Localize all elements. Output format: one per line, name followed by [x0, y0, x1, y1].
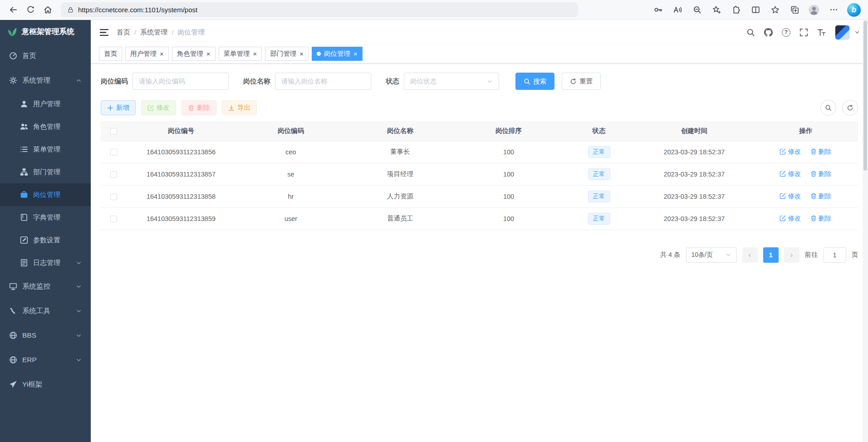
- sidebar-item-menu-management[interactable]: 菜单管理: [0, 138, 91, 161]
- select-all-checkbox[interactable]: [110, 128, 117, 135]
- app-logo[interactable]: 意框架管理系统: [0, 20, 91, 44]
- tab-home[interactable]: 首页: [99, 47, 122, 61]
- zoom-icon[interactable]: [688, 2, 706, 18]
- row-checkbox[interactable]: [110, 171, 117, 178]
- next-page-button[interactable]: ›: [784, 247, 799, 263]
- sidebar-item-user-management[interactable]: 用户管理: [0, 93, 91, 115]
- delete-button[interactable]: 删除: [181, 100, 216, 115]
- page-size-select[interactable]: 10条/页: [686, 247, 737, 263]
- table-row[interactable]: 1641030593112313858 hr 人力资源 100 正常 2023-…: [101, 185, 858, 207]
- browser-home-button[interactable]: [39, 2, 56, 18]
- read-aloud-icon[interactable]: [669, 2, 686, 18]
- help-icon[interactable]: ?: [782, 28, 790, 37]
- close-icon[interactable]: ×: [353, 50, 358, 57]
- sidebar-item-label: 系统工具: [22, 306, 50, 316]
- browser-menu-icon[interactable]: [825, 2, 842, 18]
- browser-refresh-button[interactable]: [22, 2, 39, 18]
- field-label-post-name: 岗位名称: [243, 77, 270, 86]
- close-icon[interactable]: ×: [253, 50, 257, 57]
- tab-dept-management[interactable]: 部门管理 ×: [265, 47, 309, 61]
- cell-created: 2023-03-29 18:52:37: [635, 141, 753, 163]
- prev-page-button[interactable]: ‹: [742, 247, 758, 263]
- close-icon[interactable]: ×: [206, 50, 211, 57]
- row-delete-link[interactable]: 删除: [810, 214, 832, 223]
- sidebar-item-role-management[interactable]: 角色管理: [0, 115, 91, 138]
- row-delete-link[interactable]: 删除: [810, 147, 832, 156]
- sidebar-item-post-management[interactable]: 岗位管理: [0, 183, 91, 206]
- breadcrumb-item[interactable]: 系统管理: [140, 28, 167, 37]
- refresh-icon: [570, 78, 577, 85]
- saved-passwords-icon[interactable]: [649, 2, 667, 18]
- bing-icon[interactable]: b: [847, 3, 861, 17]
- extensions-icon[interactable]: [727, 2, 745, 18]
- add-favorite-icon[interactable]: [708, 2, 725, 18]
- tab-post-management[interactable]: 岗位管理 ×: [312, 47, 363, 61]
- collections-icon[interactable]: [786, 2, 803, 18]
- edit-button[interactable]: 修改: [141, 100, 176, 115]
- show-search-toggle-button[interactable]: [820, 100, 836, 116]
- post-name-input[interactable]: [275, 73, 371, 90]
- reset-button[interactable]: 重置: [562, 73, 601, 90]
- breadcrumb-item[interactable]: 首页: [117, 28, 130, 37]
- table-row[interactable]: 1641030593112313856 ceo 董事长 100 正常 2023-…: [101, 141, 858, 163]
- sidebar-item-system-tools[interactable]: 系统工具: [0, 299, 91, 323]
- table-row[interactable]: 1641030593112313857 se 项目经理 100 正常 2023-…: [101, 163, 858, 185]
- favorites-icon[interactable]: [766, 2, 784, 18]
- close-icon[interactable]: ×: [160, 50, 164, 57]
- refresh-table-button[interactable]: [842, 100, 858, 116]
- status-select[interactable]: 岗位状态: [404, 73, 499, 90]
- globe-icon: [9, 356, 17, 364]
- browser-profile-avatar[interactable]: [805, 2, 823, 18]
- page-number-1[interactable]: 1: [763, 247, 779, 263]
- cell-post-code: ceo: [236, 141, 346, 163]
- sidebar-item-home[interactable]: 首页: [0, 44, 91, 68]
- row-edit-link[interactable]: 修改: [780, 170, 801, 178]
- row-checkbox[interactable]: [110, 149, 117, 156]
- row-delete-link[interactable]: 删除: [810, 192, 832, 201]
- github-icon[interactable]: [764, 28, 773, 37]
- sidebar-toggle-icon[interactable]: [99, 27, 109, 38]
- row-edit-link[interactable]: 修改: [780, 214, 801, 223]
- scrollbar-thumb[interactable]: [863, 21, 867, 171]
- row-edit-link[interactable]: 修改: [780, 192, 801, 201]
- breadcrumb-separator: /: [172, 29, 173, 36]
- browser-back-button[interactable]: [5, 2, 22, 18]
- breadcrumb-item-current: 岗位管理: [177, 28, 205, 37]
- sidebar-item-dept-management[interactable]: 部门管理: [0, 161, 91, 183]
- search-button[interactable]: 搜索: [515, 73, 554, 90]
- cell-post-id: 1641030593112313859: [126, 207, 236, 230]
- sidebar-item-dict-management[interactable]: 字典管理: [0, 206, 91, 229]
- window-scrollbar[interactable]: [863, 20, 868, 442]
- search-icon[interactable]: [746, 28, 755, 37]
- row-checkbox[interactable]: [110, 193, 117, 200]
- sidebar-item-system-monitor[interactable]: 系统监控: [0, 274, 91, 299]
- browser-toolbar: https://ccnetcore.com:1101/system/post b: [0, 0, 868, 20]
- split-screen-icon[interactable]: [747, 2, 764, 18]
- table-row[interactable]: 1641030593112313859 user 普通员工 100 正常 202…: [101, 207, 858, 230]
- close-icon[interactable]: ×: [299, 50, 304, 57]
- sidebar-item-log-management[interactable]: 日志管理: [0, 251, 91, 274]
- column-header-post-code: 岗位编码: [236, 121, 346, 141]
- lock-icon: [67, 6, 74, 13]
- export-button[interactable]: 导出: [222, 100, 257, 115]
- sidebar-item-erp[interactable]: ERP: [0, 348, 91, 372]
- chevron-down-icon[interactable]: [854, 29, 860, 35]
- font-size-icon[interactable]: [817, 28, 826, 37]
- address-bar[interactable]: https://ccnetcore.com:1101/system/post: [61, 2, 578, 17]
- sidebar-item-yi-framework[interactable]: Yi框架: [0, 372, 91, 397]
- row-edit-link[interactable]: 修改: [780, 147, 801, 156]
- tab-role-management[interactable]: 角色管理 ×: [172, 47, 216, 61]
- goto-page-input[interactable]: [824, 247, 846, 263]
- add-button[interactable]: 新增: [101, 100, 136, 115]
- sidebar-item-param-settings[interactable]: 参数设置: [0, 229, 91, 251]
- sidebar-item-label: 系统管理: [22, 76, 50, 85]
- row-delete-link[interactable]: 删除: [810, 170, 832, 178]
- post-code-input[interactable]: [132, 73, 229, 90]
- sidebar-item-bbs[interactable]: BBS: [0, 323, 91, 348]
- sidebar-item-system-management[interactable]: 系统管理: [0, 68, 91, 93]
- fullscreen-icon[interactable]: [799, 28, 808, 37]
- row-checkbox[interactable]: [110, 216, 117, 222]
- tab-user-management[interactable]: 用户管理 ×: [125, 47, 169, 61]
- user-avatar[interactable]: [835, 25, 850, 40]
- tab-menu-management[interactable]: 菜单管理 ×: [219, 47, 262, 61]
